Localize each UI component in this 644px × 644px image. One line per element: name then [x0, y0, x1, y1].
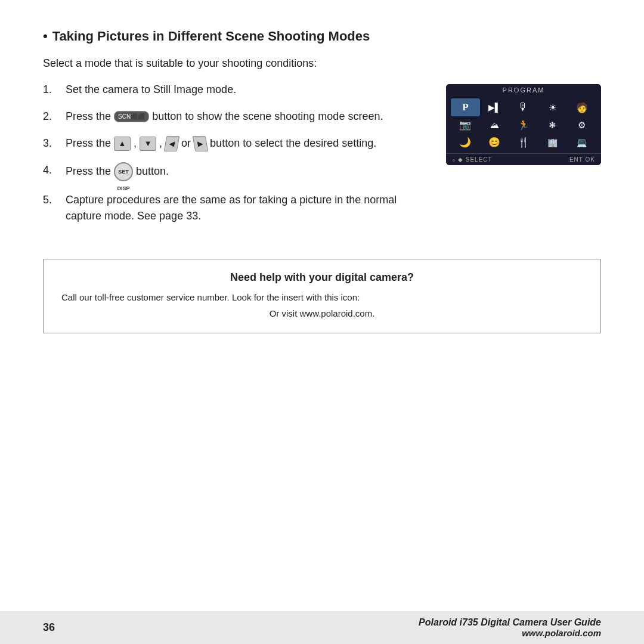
screen-cell-face: 😊 — [480, 134, 509, 151]
video-icon: ▶▌ — [488, 103, 501, 112]
step-2-text: Press the SCN⬛⬛ button to show the scene… — [66, 109, 428, 125]
camera-icon: 📷 — [459, 119, 471, 131]
arrow-icon: ⬦ — [452, 156, 456, 163]
screen-cell-mic: 🎙 — [509, 98, 538, 116]
screen-cell-figure: 🏃 — [509, 116, 538, 134]
step-4-num: 4. — [43, 162, 60, 178]
step-4-text: Press the SETDISP button. — [66, 162, 428, 181]
screen-cell-person: 🧑 — [567, 98, 596, 116]
screen-bottom-bar: ⬦ ◆ SELECT ENT OK — [446, 153, 601, 165]
screen-cell-laptop: 💻 — [567, 134, 596, 151]
footer-brand-line2: www.polaroid.com — [419, 628, 601, 638]
screen-cell-sun: ☀ — [538, 98, 567, 116]
laptop-icon: 💻 — [577, 138, 587, 147]
help-box: Need help with your digital camera? Call… — [43, 259, 601, 333]
scn-button-icon: SCN⬛⬛ — [114, 111, 149, 122]
nav-left-icon: ◀ — [164, 136, 180, 151]
screen-cell-video: ▶▌ — [480, 98, 509, 116]
page-footer: 36 Polaroid i735 Digital Camera User Gui… — [0, 611, 644, 644]
figure-icon: 🏃 — [518, 119, 530, 131]
screen-cell-gear: ⚙ — [567, 116, 596, 134]
help-box-visit: Or visit www.polaroid.com. — [61, 308, 583, 318]
step-3: 3. Press the ▲ , ▼ , ◀ or ▶ button to se… — [43, 135, 428, 151]
screen-cell-camera: 📷 — [451, 116, 480, 134]
help-box-title: Need help with your digital camera? — [61, 271, 583, 284]
footer-page-number: 36 — [43, 621, 55, 634]
snowflake-icon: ❄ — [549, 120, 556, 131]
step-1-text: Set the camera to Still Image mode. — [66, 82, 428, 98]
mountain-icon: ⛰ — [490, 120, 499, 130]
program-icon: P — [462, 101, 468, 113]
step-1-num: 1. — [43, 82, 60, 98]
title-text: Taking Pictures in Different Scene Shoot… — [52, 29, 370, 44]
screen-ok-label: ENT OK — [569, 156, 595, 163]
screen-title: Program — [446, 84, 601, 95]
nav-down-icon: ▼ — [140, 137, 156, 151]
screen-cell-moon: 🌙 — [451, 134, 480, 151]
building-icon: 🏢 — [547, 138, 558, 147]
footer-brand: Polaroid i735 Digital Camera User Guide … — [419, 617, 601, 638]
step-4: 4. Press the SETDISP button. — [43, 162, 428, 181]
step-2: 2. Press the SCN⬛⬛ button to show the sc… — [43, 109, 428, 125]
step-5: 5. Capture procedures are the same as fo… — [43, 192, 428, 224]
bullet: • — [43, 29, 48, 44]
face-icon: 😊 — [488, 137, 500, 148]
moon-icon: 🌙 — [459, 137, 471, 148]
step-3-text: Press the ▲ , ▼ , ◀ or ▶ button to selec… — [66, 135, 428, 151]
fork-icon: 🍴 — [518, 137, 530, 148]
screen-cell-program: P — [451, 98, 480, 116]
or-text: or — [181, 137, 194, 149]
nav-right-icon: ▶ — [193, 136, 209, 151]
sun-icon: ☀ — [549, 102, 557, 113]
set-disp-button-icon: SETDISP — [114, 162, 133, 181]
nav-up-icon: ▲ — [114, 137, 131, 151]
step-2-num: 2. — [43, 109, 60, 125]
person-icon: 🧑 — [576, 102, 588, 113]
screen-cell-building: 🏢 — [538, 134, 567, 151]
step-1: 1. Set the camera to Still Image mode. — [43, 82, 428, 98]
screen-grid: P ▶▌ 🎙 ☀ 🧑 📷 ⛰ — [446, 95, 601, 153]
gear-icon: ⚙ — [578, 120, 586, 131]
mic-icon: 🎙 — [518, 101, 528, 113]
footer-brand-line1: Polaroid i735 Digital Camera User Guide — [419, 617, 601, 628]
content-columns: 1. Set the camera to Still Image mode. 2… — [43, 82, 601, 235]
section-title: • Taking Pictures in Different Scene Sho… — [43, 29, 601, 44]
steps-column: 1. Set the camera to Still Image mode. 2… — [43, 82, 428, 235]
screen-cell-mountain: ⛰ — [480, 116, 509, 134]
page-content: • Taking Pictures in Different Scene Sho… — [0, 0, 644, 235]
camera-screen: Program P ▶▌ 🎙 ☀ 🧑 — [446, 84, 601, 165]
step-3-num: 3. — [43, 135, 60, 151]
subtitle: Select a mode that is suitable to your s… — [43, 57, 601, 70]
screen-cell-fork: 🍴 — [509, 134, 538, 151]
help-box-line1: Call our toll-free customer service numb… — [61, 292, 583, 302]
step-5-num: 5. — [43, 192, 60, 208]
step-5-text: Capture procedures are the same as for t… — [66, 192, 428, 224]
screen-cell-snowflake: ❄ — [538, 116, 567, 134]
screen-select-label: ⬦ ◆ SELECT — [452, 156, 493, 163]
